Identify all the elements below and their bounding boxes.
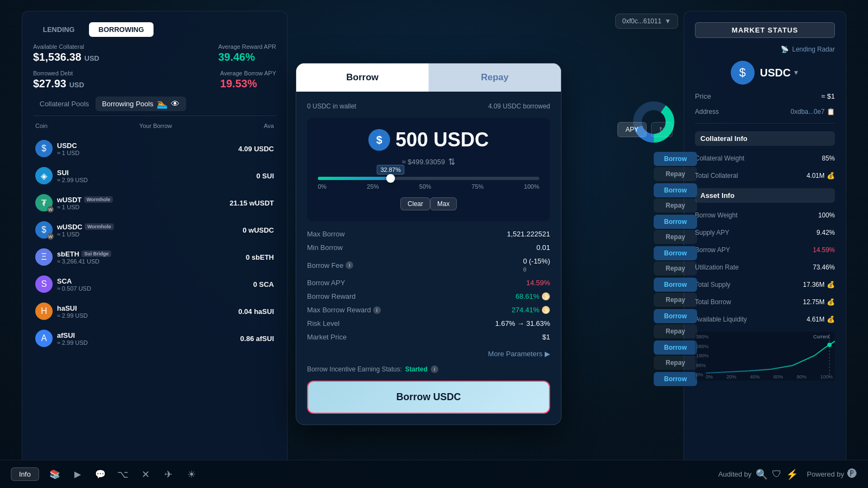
borrow-button[interactable]: Borrow xyxy=(654,341,697,355)
asset-name-dropdown[interactable]: USDC ▼ xyxy=(760,67,800,79)
borrow-button[interactable]: Borrow xyxy=(654,278,697,292)
available-liquidity-label: Available Liquidity xyxy=(695,316,747,323)
clear-button[interactable]: Clear xyxy=(400,197,430,210)
address-value[interactable]: 0xdba...0e7 📋 xyxy=(790,108,835,115)
telegram-icon[interactable]: ✈ xyxy=(162,467,176,481)
total-borrow-value: 12.75M 💰 xyxy=(803,298,835,306)
copy-icon[interactable]: 📋 xyxy=(827,108,835,115)
collateral-pools-tab[interactable]: Collateral Pools xyxy=(33,97,95,111)
list-item[interactable]: ◈ SUI ≈ 2.99 USD 0 SUI xyxy=(33,163,276,189)
audited-label: Audited by xyxy=(718,470,751,478)
available-liquidity-value: 4.61M 💰 xyxy=(807,316,835,323)
borrow-button[interactable]: Borrow xyxy=(654,309,697,323)
borrow-usdc-button[interactable]: Borrow USDC xyxy=(307,381,550,414)
market-status-title: MARKET STATUS xyxy=(695,22,835,38)
asset-info-title: Asset Info xyxy=(695,188,835,203)
list-item[interactable]: $ W wUSDC Wormhole ≈ 1 USD 0 wUSDC xyxy=(33,217,276,243)
list-item[interactable]: $ USDC ≈ 1 USD 4.09 USDC xyxy=(33,136,276,162)
borrow-reward-row: Borrow Reward 68.61% 🌕 xyxy=(307,291,550,301)
debt-stat: Borrowed Debt $27.93 USD xyxy=(33,70,84,90)
slider-fill xyxy=(318,177,391,180)
more-params-btn[interactable]: More Parameters ▶ xyxy=(307,350,550,358)
swap-icon[interactable]: ⇅ xyxy=(448,157,455,167)
coin-price: ≈ 1 USD xyxy=(57,204,229,210)
borrowing-pools-tab[interactable]: Borrowing Pools 🏊 👁 xyxy=(95,97,186,111)
collateral-value: $1,536.38 USD xyxy=(33,51,99,63)
sbeth-icon: Ξ xyxy=(35,248,53,266)
repay-button[interactable]: Repay xyxy=(654,324,697,338)
chart-x-labels: 0% 20% 40% 60% 80% 100% xyxy=(706,374,833,380)
incentive-info-icon[interactable]: i xyxy=(431,365,438,373)
coin-name: SUI xyxy=(57,169,256,177)
borrowing-tab[interactable]: BORROWING xyxy=(89,22,154,37)
slider-thumb[interactable] xyxy=(386,174,395,183)
borrow-fee-value: 0 (-15%) θ xyxy=(523,257,550,273)
slider-track[interactable] xyxy=(318,177,539,180)
video-icon[interactable]: ▶ xyxy=(71,467,85,481)
apy-button[interactable]: APY xyxy=(617,122,647,137)
max-button[interactable]: Max xyxy=(430,197,457,210)
list-item[interactable]: A afSUI ≈ 2.99 USD 0.86 afSUI xyxy=(33,325,276,351)
repay-button[interactable]: Repay xyxy=(654,261,697,275)
action-pair: Borrow Repay xyxy=(654,246,697,275)
slider-pct-bubble: 32.87% xyxy=(376,165,404,175)
total-borrow-label: Total Borrow xyxy=(695,298,731,306)
afsui-icon: A xyxy=(35,330,53,347)
collateral-weight-label: Collateral Weight xyxy=(695,155,744,162)
coin-info: sbETH Sui Bridge ≈ 3,266.41 USD xyxy=(57,250,246,265)
list-item[interactable]: H haSUI ≈ 2.99 USD 0.04 haSUI xyxy=(33,298,276,324)
wallet-address-text: 0xf0c...61011 xyxy=(622,17,661,25)
coin-list: $ USDC ≈ 1 USD 4.09 USDC ◈ SUI ≈ 2.99 US… xyxy=(33,136,276,351)
repay-button[interactable]: Repay xyxy=(654,293,697,307)
total-supply-label: Total Supply xyxy=(695,281,730,288)
coin-name: wUSDT Wormhole xyxy=(57,196,229,204)
repay-button[interactable]: Repay xyxy=(654,356,697,370)
action-pair: Borrow Repay xyxy=(654,183,697,213)
repay-button[interactable]: Repay xyxy=(654,230,697,244)
borrow-button[interactable]: Borrow xyxy=(654,246,697,260)
twitter-icon[interactable]: ✕ xyxy=(139,467,153,481)
repay-button[interactable]: Repay xyxy=(654,167,697,181)
reddit-icon[interactable]: ☀ xyxy=(184,467,199,481)
repay-tab[interactable]: Repay xyxy=(429,63,561,92)
price-value: ≈ $1 xyxy=(821,92,835,100)
wallet-usdc: 0 USDC in wallet xyxy=(307,102,356,110)
borrowed-usdc: 4.09 USDC borrowed xyxy=(488,102,550,110)
repay-button[interactable]: Repay xyxy=(654,198,697,213)
refresh-button[interactable]: ↻ xyxy=(651,122,673,137)
sca-icon: S xyxy=(35,275,53,293)
max-reward-info-icon[interactable]: i xyxy=(373,306,381,314)
borrow-button[interactable]: Borrow xyxy=(654,372,697,386)
action-pair: Borrow xyxy=(654,372,697,386)
borrow-button[interactable]: Borrow xyxy=(654,215,697,229)
powered-label: Powered by xyxy=(807,470,844,478)
docs-icon[interactable]: 📚 xyxy=(48,467,62,481)
supply-apy-row: Supply APY 9.42% xyxy=(695,228,835,237)
borrow-button[interactable]: Borrow xyxy=(654,152,697,166)
apy-toggle: APY ↻ xyxy=(617,122,673,137)
max-borrow-reward-row: Max Borrow Reward i 274.41% 🌕 xyxy=(307,305,550,315)
lending-tab[interactable]: LENDING xyxy=(33,22,85,37)
borrow-fee-info-icon[interactable]: i xyxy=(346,261,353,269)
github-icon[interactable]: ⌥ xyxy=(116,467,130,481)
max-borrow-reward-label: Max Borrow Reward i xyxy=(307,306,381,314)
total-supply-value: 17.36M 💰 xyxy=(803,281,835,288)
action-pair: Borrow Repay xyxy=(654,152,697,181)
wallet-address-bar[interactable]: 0xf0c...61011 ▼ xyxy=(615,14,678,29)
discord-icon[interactable]: 💬 xyxy=(93,467,107,481)
lending-tabs: LENDING BORROWING xyxy=(33,22,276,37)
borrow-button[interactable]: Borrow xyxy=(654,183,697,197)
list-item[interactable]: S SCA ≈ 0.507 USD 0 SCA xyxy=(33,271,276,297)
slider-container[interactable]: 32.87% 0% 25% 50% 75% 100% xyxy=(318,172,539,190)
max-borrow-reward-value: 274.41% 🌕 xyxy=(512,306,550,314)
borrow-weight-row: Borrow Weight 100% xyxy=(695,210,835,220)
borrow-tab[interactable]: Borrow xyxy=(296,63,429,92)
utilization-value: 73.46% xyxy=(813,264,835,271)
radar-signal-icon: 📡 xyxy=(781,46,789,53)
info-button[interactable]: Info xyxy=(11,467,39,481)
slider-btns: Clear Max xyxy=(400,197,456,210)
borrow-weight-value: 100% xyxy=(818,211,835,219)
incentive-status: Borrow Incentive Earning Status: Started… xyxy=(307,365,550,373)
list-item[interactable]: ₮ W wUSDT Wormhole ≈ 1 USD 21.15 wUSDT xyxy=(33,190,276,216)
list-item[interactable]: Ξ sbETH Sui Bridge ≈ 3,266.41 USD 0 sbET… xyxy=(33,244,276,270)
